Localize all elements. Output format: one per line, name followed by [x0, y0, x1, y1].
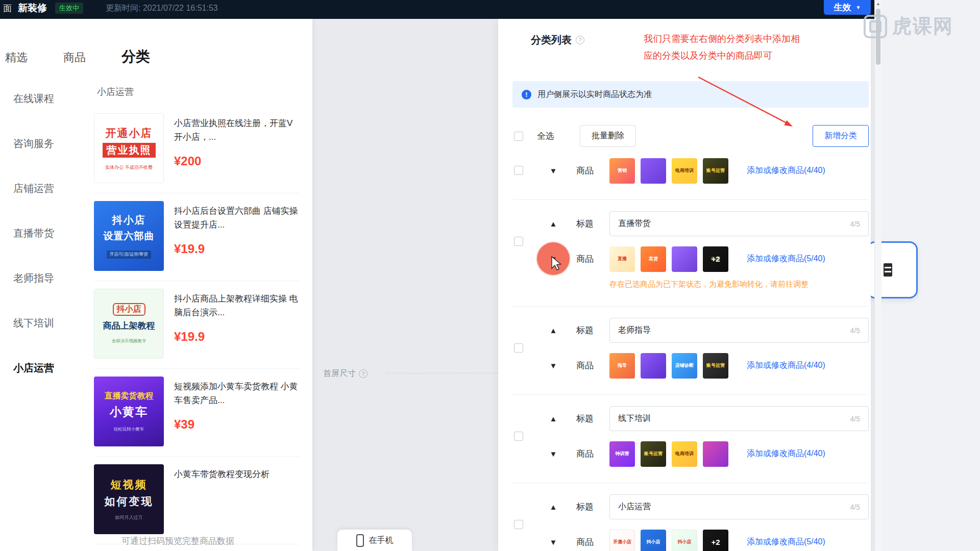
- goods-row-label: 商品: [576, 536, 597, 548]
- thumbnail-text: 实体办公 不成功不收费: [105, 164, 153, 171]
- watermark-logo-icon: [864, 15, 887, 38]
- goods-row-label: 商品: [576, 360, 597, 371]
- group-checkbox[interactable]: [514, 166, 523, 175]
- product-item[interactable]: 开通小店营业执照实体办公 不成功不收费小店营业执照在线注册，开蓝V开小店，...…: [94, 106, 300, 193]
- select-all-checkbox[interactable]: [514, 132, 523, 141]
- thumbnail-text: 抖小店: [113, 303, 145, 316]
- sidebar-item[interactable]: 老师指导: [0, 256, 82, 300]
- goods-thumb: 电商培训: [672, 441, 697, 467]
- category-group: ▲标题老师指导4/5▼商品指导店铺诊断账号运营添加或修改商品(4/40): [512, 307, 869, 395]
- add-or-edit-goods-link[interactable]: 添加或修改商品(5/40): [747, 254, 825, 264]
- breadcrumb-fragment: 面: [3, 3, 12, 14]
- tutorial-annotation: 我们只需要在右侧的分类列表中添加相 应的分类以及分类中的商品即可: [644, 31, 800, 64]
- thumbnail-text: 小黄车: [110, 404, 148, 420]
- product-item[interactable]: 抖小店商品上架教程全程演示视频教学抖小店商品上架教程详细实操 电脑后台演示...…: [94, 281, 300, 369]
- annotation-arrow: [689, 69, 801, 135]
- category-title-text: 老师指导: [618, 325, 850, 336]
- product-info: 抖小店商品上架教程详细实操 电脑后台演示...¥19.9: [174, 289, 300, 359]
- top-bar: 面 新装修 生效中 更新时间: 2021/07/22 16:51:53 生效 ▼: [0, 0, 874, 19]
- apply-button[interactable]: 生效 ▼: [824, 0, 871, 15]
- goods-picker-panel: 精选商品分类 在线课程咨询服务店铺运营直播带货老师指导线下培训小店运营 小店运营…: [0, 19, 312, 551]
- product-price: ¥39: [174, 417, 300, 432]
- page-title: 新装修: [18, 2, 47, 15]
- goods-thumb-label: 特训营: [616, 451, 629, 457]
- product-list: 开通小店营业执照实体办公 不成功不收费小店营业执照在线注册，开蓝V开小店，...…: [94, 106, 300, 544]
- move-up-button[interactable]: ▲: [548, 326, 559, 335]
- category-title-row: ▲标题直播带货4/5: [512, 211, 869, 236]
- goods-thumb: 电商培训: [672, 158, 697, 184]
- group-checkbox[interactable]: [514, 237, 523, 246]
- info-banner-text: 用户侧展示以实时商品状态为准: [537, 89, 652, 100]
- thumbnail-text: 如何月入过万: [115, 514, 143, 521]
- app-window: 面 新装修 生效中 更新时间: 2021/07/22 16:51:53 生效 ▼…: [0, 0, 980, 551]
- status-badge: 生效中: [55, 3, 83, 14]
- goods-thumb-label: 账号运营: [644, 451, 663, 457]
- move-up-button[interactable]: ▲: [548, 219, 559, 228]
- left-tab[interactable]: 精选: [5, 50, 28, 65]
- goods-thumb: [672, 246, 697, 272]
- category-title-input[interactable]: 老师指导4/5: [609, 318, 869, 343]
- product-thumbnail: 直播卖货教程小黄车轻松玩转小黄车: [94, 377, 164, 446]
- scan-preview-note: 可通过扫码预览完整商品数据: [121, 535, 234, 547]
- scroll-up-arrow-icon[interactable]: ▲: [875, 2, 881, 6]
- chevron-down-icon: ▼: [856, 5, 861, 10]
- goods-row-label: 商品: [576, 448, 597, 460]
- group-checkbox[interactable]: [514, 432, 523, 441]
- product-thumbnail: 抖小店商品上架教程全程演示视频教学: [94, 289, 164, 359]
- goods-thumb: 营销: [609, 158, 635, 184]
- category-groups: ▼商品营销电商培训账号运营添加或修改商品(4/40)▲标题直播带货4/5▼商品直…: [512, 147, 869, 551]
- help-icon[interactable]: ?: [359, 369, 368, 378]
- left-tab[interactable]: 分类: [121, 47, 150, 66]
- category-goods-row: ▼商品特训营账号运营电商培训添加或修改商品(4/40): [512, 441, 869, 466]
- category-title-counter: 4/5: [850, 220, 860, 228]
- batch-delete-button[interactable]: 批量删除: [580, 125, 636, 147]
- group-checkbox[interactable]: [514, 520, 523, 529]
- sidebar-item[interactable]: 线下培训: [0, 300, 82, 345]
- help-icon[interactable]: ?: [576, 36, 584, 44]
- add-or-edit-goods-link[interactable]: 添加或修改商品(4/40): [747, 360, 825, 371]
- add-or-edit-goods-link[interactable]: 添加或修改商品(4/40): [747, 165, 825, 176]
- vertical-scrollbar[interactable]: ▲: [874, 0, 881, 551]
- add-or-edit-goods-link[interactable]: 添加或修改商品(5/40): [747, 537, 825, 547]
- first-screen-size-text: 首屏尺寸: [323, 368, 356, 379]
- sidebar-item[interactable]: 店铺运营: [0, 166, 82, 211]
- section-title: 小店运营: [97, 86, 134, 98]
- product-item[interactable]: 短视频如何变现如何月入过万小黄车带货教程变现分析: [94, 457, 300, 544]
- category-sidebar: 在线课程咨询服务店铺运营直播带货老师指导线下培训小店运营: [0, 76, 82, 390]
- thumbnail-text: 全程演示视频教学: [112, 338, 146, 344]
- goods-thumbnails: 特训营账号运营电商培训: [609, 441, 728, 467]
- move-up-button[interactable]: ▲: [548, 414, 559, 423]
- thumbnail-text: 营业执照: [103, 143, 156, 158]
- apply-button-label: 生效: [834, 2, 851, 13]
- site-watermark: 虎课网: [864, 13, 953, 39]
- product-item[interactable]: 直播卖货教程小黄车轻松玩转小黄车短视频添加小黄车卖货教程 小黄车售卖产品...¥…: [94, 369, 300, 457]
- category-group: ▲标题小店运营4/5▼商品开通小店抖小店抖小店+2添加或修改商品(5/40): [512, 483, 869, 551]
- product-info: 小店营业执照在线注册，开蓝V开小店，...¥200: [174, 113, 300, 183]
- move-down-button[interactable]: ▼: [548, 538, 559, 546]
- category-title-row: ▲标题线下培训4/5: [512, 406, 869, 431]
- category-title-input[interactable]: 直播带货4/5: [609, 211, 869, 236]
- thumbnail-text: 抖小店: [112, 213, 146, 227]
- sidebar-item[interactable]: 在线课程: [0, 76, 82, 121]
- product-price: ¥200: [174, 154, 300, 168]
- add-or-edit-goods-link[interactable]: 添加或修改商品(4/40): [747, 448, 825, 459]
- phone-preview-button[interactable]: 在手机: [337, 530, 412, 551]
- category-title-input[interactable]: 小店运营4/5: [609, 494, 869, 519]
- move-up-button[interactable]: ▲: [548, 503, 559, 511]
- category-title-counter: 4/5: [850, 503, 860, 511]
- goods-thumb-label: 开通小店: [613, 539, 631, 545]
- thumbnail-text: 短视频: [111, 478, 148, 492]
- goods-thumb: 抖小店: [641, 530, 666, 551]
- move-down-button[interactable]: ▼: [548, 166, 559, 175]
- group-checkbox[interactable]: [514, 343, 523, 353]
- first-screen-guideline: [387, 373, 498, 373]
- left-tab[interactable]: 商品: [63, 50, 86, 65]
- sidebar-item[interactable]: 小店运营: [0, 345, 82, 390]
- product-item[interactable]: 抖小店设置六部曲开店/引流/运营/带货抖小店后台设置六部曲 店铺实操设置提升店.…: [94, 193, 300, 281]
- move-down-button[interactable]: ▼: [548, 449, 559, 458]
- sidebar-item[interactable]: 直播带货: [0, 211, 82, 256]
- category-title-input[interactable]: 线下培训4/5: [609, 406, 869, 431]
- move-down-button[interactable]: ▼: [548, 361, 559, 370]
- sidebar-item[interactable]: 咨询服务: [0, 121, 82, 166]
- add-category-button[interactable]: 新增分类: [813, 125, 869, 147]
